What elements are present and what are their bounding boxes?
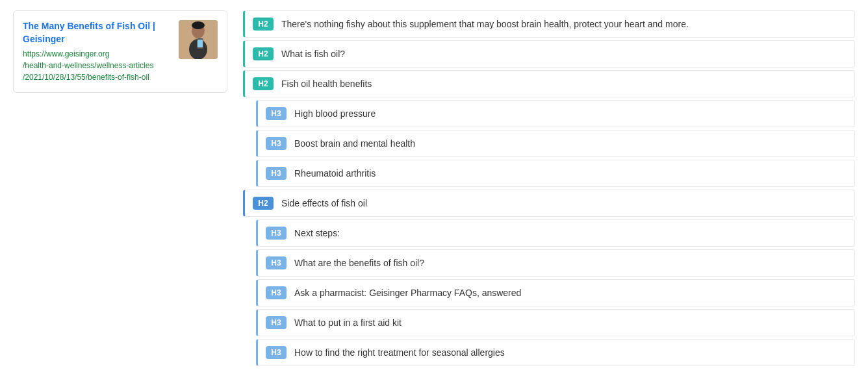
heading-row-r1[interactable]: H2There's nothing fishy about this suppl…: [243, 10, 855, 38]
heading-row-r5[interactable]: H3Boost brain and mental health: [256, 130, 855, 157]
heading-row-r11[interactable]: H3What to put in a first aid kit: [256, 309, 855, 336]
badge-r7: H2: [253, 197, 274, 210]
heading-row-r7[interactable]: H2Side effects of fish oil: [243, 190, 855, 217]
heading-row-r2[interactable]: H2What is fish oil?: [243, 40, 855, 68]
row-text-r1: There's nothing fishy about this supplem…: [281, 19, 689, 29]
row-text-r8: Next steps:: [294, 228, 340, 238]
badge-r11: H3: [266, 316, 287, 329]
badge-r5: H3: [266, 137, 287, 150]
badge-r1: H2: [253, 18, 274, 31]
heading-row-r8[interactable]: H3Next steps:: [256, 219, 855, 247]
heading-row-r10[interactable]: H3Ask a pharmacist: Geisinger Pharmacy F…: [256, 279, 855, 306]
sidebar-image: [179, 20, 218, 59]
row-text-r6: Rheumatoid arthritis: [294, 168, 376, 179]
sidebar-url-line3: /2021/10/28/13/55/benefits-of-fish-oil: [23, 73, 149, 82]
row-text-r5: Boost brain and mental health: [294, 138, 415, 149]
heading-row-r3[interactable]: H2Fish oil health benefits: [243, 70, 855, 97]
sidebar-title-line1: The Many Benefits of Fish Oil |: [23, 21, 155, 31]
sidebar-url-line1: https://www.geisinger.org: [23, 49, 109, 58]
badge-r4: H3: [266, 107, 287, 120]
heading-row-r9[interactable]: H3What are the benefits of fish oil?: [256, 249, 855, 277]
row-text-r2: What is fish oil?: [281, 49, 345, 59]
svg-rect-4: [198, 40, 203, 47]
sidebar-url-line2: /health-and-wellness/wellness-articles: [23, 61, 153, 70]
badge-r8: H3: [266, 227, 287, 240]
sidebar-card: The Many Benefits of Fish Oil | Geisinge…: [13, 10, 227, 93]
heading-row-r12[interactable]: H3How to find the right treatment for se…: [256, 339, 855, 366]
svg-point-5: [192, 21, 205, 29]
badge-r2: H2: [253, 47, 274, 60]
row-text-r9: What are the benefits of fish oil?: [294, 258, 424, 268]
row-text-r7: Side effects of fish oil: [281, 198, 367, 208]
heading-row-r6[interactable]: H3Rheumatoid arthritis: [256, 160, 855, 187]
row-text-r11: What to put in a first aid kit: [294, 317, 402, 328]
sidebar-title-line2: Geisinger: [23, 34, 65, 44]
row-text-r12: How to find the right treatment for seas…: [294, 347, 505, 358]
badge-r10: H3: [266, 286, 287, 299]
sidebar-title-link[interactable]: The Many Benefits of Fish Oil | Geisinge…: [23, 20, 172, 45]
badge-r12: H3: [266, 346, 287, 359]
row-text-r4: High blood pressure: [294, 108, 376, 119]
heading-row-r4[interactable]: H3High blood pressure: [256, 100, 855, 127]
badge-r9: H3: [266, 256, 287, 269]
badge-r6: H3: [266, 167, 287, 180]
page-layout: The Many Benefits of Fish Oil | Geisinge…: [0, 0, 868, 379]
badge-r3: H2: [253, 77, 274, 90]
row-text-r10: Ask a pharmacist: Geisinger Pharmacy FAQ…: [294, 288, 521, 298]
main-content: H2There's nothing fishy about this suppl…: [243, 10, 855, 369]
row-text-r3: Fish oil health benefits: [281, 79, 372, 89]
sidebar-url: https://www.geisinger.org /health-and-we…: [23, 48, 172, 83]
sidebar-text-block: The Many Benefits of Fish Oil | Geisinge…: [23, 20, 172, 83]
